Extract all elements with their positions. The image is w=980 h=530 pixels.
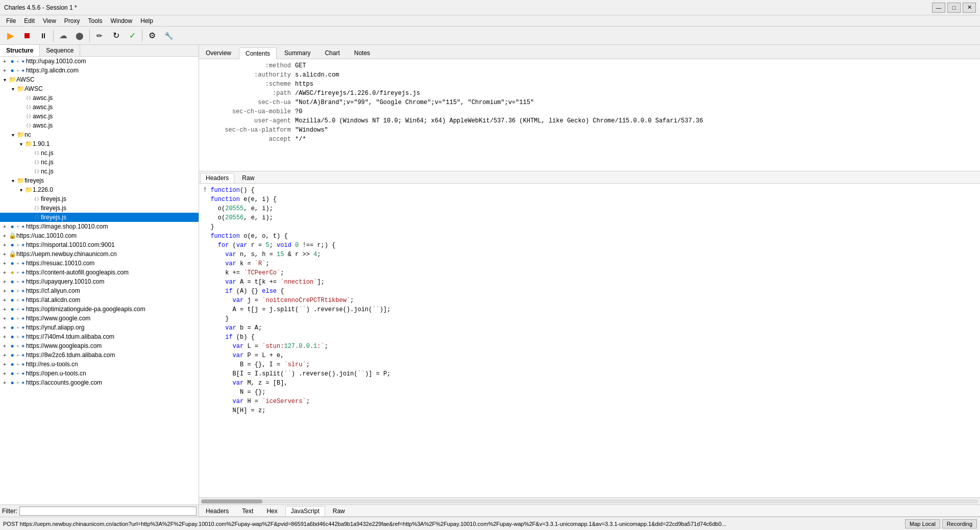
enable-button[interactable]: ✓ xyxy=(125,29,140,43)
tools-button[interactable]: 🔧 xyxy=(161,29,176,43)
tree-item[interactable]: ▾📁AWSC xyxy=(0,75,199,84)
hscroll-track[interactable] xyxy=(201,499,978,503)
globe-icon: ● xyxy=(8,342,16,349)
left-panel-tabs: Structure Sequence xyxy=(0,45,199,57)
tree-item-label: AWSC xyxy=(24,85,43,92)
tree-item[interactable]: +● + ✦https://optimizationguide-pa.googl… xyxy=(0,305,199,314)
tree-item[interactable]: +🔒https://uepm.newbuy.chinaunicom.cn xyxy=(0,249,199,259)
bottom-tab-text[interactable]: Text xyxy=(236,506,259,516)
tab-notes[interactable]: Notes xyxy=(348,47,377,59)
tree-item[interactable]: ▾📁1.90.1 xyxy=(0,139,199,148)
tree-item[interactable]: {}awsc.js xyxy=(0,93,199,103)
menu-proxy[interactable]: Proxy xyxy=(60,16,84,26)
tree-item[interactable]: {}fireyejs.js xyxy=(0,213,199,222)
tree-expand: ▾ xyxy=(9,86,16,92)
tree-item[interactable]: ▾📁AWSC xyxy=(0,84,199,93)
tree-item[interactable]: +● + ✦https://nisportal.10010.com:9001 xyxy=(0,240,199,249)
tree-item-label: fireyejs.js xyxy=(41,214,66,221)
recording-button[interactable]: Recording xyxy=(942,519,977,528)
bottom-tab-javascript[interactable]: JavaScript xyxy=(285,506,325,516)
tree-item[interactable]: +● + ✦https://open.u-tools.cn xyxy=(0,369,199,378)
bottom-tab-raw[interactable]: Raw xyxy=(327,506,351,516)
sub-tab-headers[interactable]: Headers xyxy=(200,173,234,183)
tree-item[interactable]: +● + ✦https://www.googleapis.com xyxy=(0,341,199,350)
tree-expand: + xyxy=(1,261,8,266)
settings-button[interactable]: ⚙ xyxy=(144,29,160,43)
tree-item[interactable]: {}nc.js xyxy=(0,167,199,176)
tree-extra: + ✦ xyxy=(16,343,25,349)
tree-extra: + ✦ xyxy=(16,371,25,376)
tree-item[interactable]: +● + ✦https://content-autofill.googleapi… xyxy=(0,268,199,277)
close-button[interactable]: ✕ xyxy=(963,3,976,13)
tree-item[interactable]: +🔒https://uac.10010.com xyxy=(0,231,199,240)
menu-help[interactable]: Help xyxy=(136,16,157,26)
tree-item[interactable]: {}awsc.js xyxy=(0,121,199,130)
tree-item[interactable]: +● + ✦https://upayquery.10010.com xyxy=(0,277,199,286)
bottom-tab-hex[interactable]: Hex xyxy=(261,506,283,516)
block-button[interactable]: ⬤ xyxy=(72,29,87,43)
tree-item[interactable]: +● + ✦https://7i40m4.tdum.alibaba.com xyxy=(0,332,199,341)
tree-item-label: https://www.googleapis.com xyxy=(26,342,102,349)
tree-item[interactable]: ▾📁fireyejs xyxy=(0,176,199,185)
menu-tools[interactable]: Tools xyxy=(84,16,107,26)
tree-item[interactable]: +● + ✦https://cf.aliyun.com xyxy=(0,286,199,295)
code-line: B[I = I.split(``) .reverse().join(``)] =… xyxy=(203,369,976,378)
bottom-tab-headers[interactable]: Headers xyxy=(200,506,234,516)
status-bar: POST https://uepm.newbuy.chinaunicom.cn/… xyxy=(0,517,980,530)
tree-item[interactable]: +● + ✦https://accounts.google.com xyxy=(0,378,199,387)
tree-item[interactable]: +● + ✦https://resuac.10010.com xyxy=(0,259,199,268)
maximize-button[interactable]: □ xyxy=(947,3,961,13)
tree-item[interactable]: {}awsc.js xyxy=(0,112,199,121)
tree-item[interactable]: +● + ✦https://www.google.com xyxy=(0,314,199,323)
filter-input[interactable] xyxy=(19,507,197,516)
minimize-button[interactable]: — xyxy=(932,3,945,13)
menu-view[interactable]: View xyxy=(39,16,60,26)
compose-button[interactable]: ✏ xyxy=(92,29,107,43)
header-row: user-agentMozilla/5.0 (Windows NT 10.0; … xyxy=(203,116,976,125)
bottom-tabs: HeadersTextHexJavaScriptRaw xyxy=(199,504,980,517)
tree-item[interactable]: +● + ✦https://at.alicdn.com xyxy=(0,295,199,305)
tree-item[interactable]: {}fireyejs.js xyxy=(0,204,199,213)
tree-item[interactable]: +● + ✦https://8w2zc6.tdum.alibaba.com xyxy=(0,350,199,360)
tree-item[interactable]: {}fireyejs.js xyxy=(0,194,199,204)
tree-item[interactable]: +● + ✦https://ynuf.aliapp.org xyxy=(0,323,199,332)
menu-window[interactable]: Window xyxy=(107,16,137,26)
tree-expand: + xyxy=(1,270,8,275)
pause-button[interactable]: ⏸ xyxy=(36,29,51,43)
menu-file[interactable]: File xyxy=(2,16,20,26)
code-line: var M, z = [B], xyxy=(203,378,976,388)
map-local-button[interactable]: Map Local xyxy=(905,519,940,528)
folder-icon: 📁 xyxy=(8,76,16,83)
tree-expand: ▾ xyxy=(1,77,8,83)
stop-recording-button[interactable]: ⏹ xyxy=(19,29,35,43)
tab-sequence[interactable]: Sequence xyxy=(40,45,80,56)
refresh-button[interactable]: ↻ xyxy=(108,29,124,43)
throttle-button[interactable]: ☁ xyxy=(56,29,71,43)
js-icon: {} xyxy=(24,95,33,100)
tree-item[interactable]: ▾📁1.226.0 xyxy=(0,185,199,194)
menu-edit[interactable]: Edit xyxy=(20,16,39,26)
horizontal-scrollbar[interactable] xyxy=(199,497,980,504)
tree-item[interactable]: +● + ✦https://g.alicdn.com xyxy=(0,66,199,75)
tab-summary[interactable]: Summary xyxy=(278,47,317,59)
tab-contents[interactable]: Contents xyxy=(239,47,277,59)
start-recording-button[interactable]: ▶ xyxy=(3,29,18,43)
tab-overview[interactable]: Overview xyxy=(199,47,238,59)
header-row: :path/AWSC/fireyejs/1.226.0/fireyejs.js xyxy=(203,89,976,98)
tree-item[interactable]: +● + ✦https://image.shop.10010.com xyxy=(0,222,199,231)
tree-item[interactable]: ▾📁nc xyxy=(0,130,199,139)
tree-item[interactable]: +● + ✦http://upay.10010.com xyxy=(0,57,199,66)
tree-expand: + xyxy=(1,325,8,331)
tab-chart[interactable]: Chart xyxy=(318,47,346,59)
tree-item[interactable]: +● + ✦http://res.u-tools.cn xyxy=(0,360,199,369)
tree-item[interactable]: {}nc.js xyxy=(0,148,199,158)
tree-item[interactable]: {}awsc.js xyxy=(0,103,199,112)
tree-item[interactable]: {}nc.js xyxy=(0,158,199,167)
sub-tab-raw[interactable]: Raw xyxy=(236,173,260,183)
hscroll-thumb[interactable] xyxy=(201,499,262,503)
tree-extra: + ✦ xyxy=(16,224,25,230)
globe-icon: ● xyxy=(8,296,16,304)
tab-structure[interactable]: Structure xyxy=(0,45,40,56)
tree-item-label: nc.js xyxy=(41,149,54,157)
sub-tabs: HeadersRaw xyxy=(199,171,980,184)
